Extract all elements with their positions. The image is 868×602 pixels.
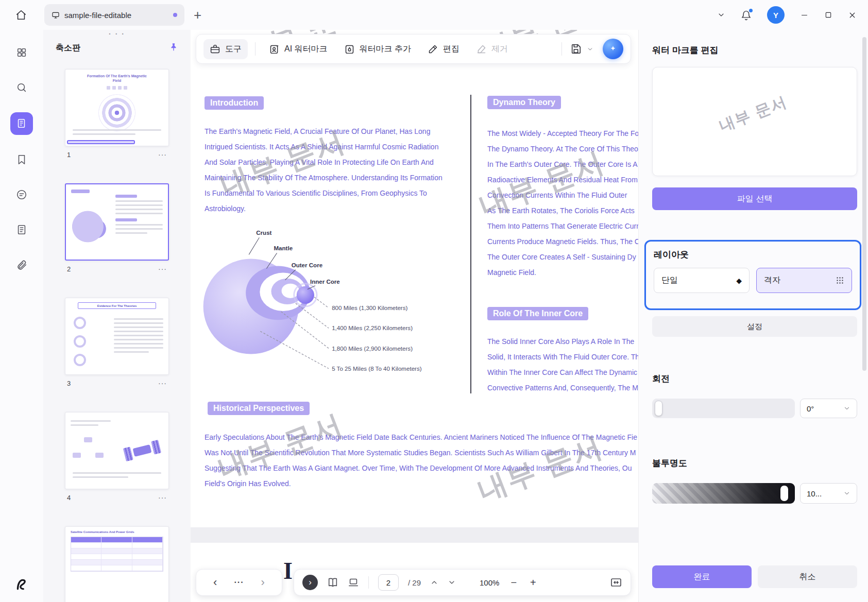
opacity-label: 불투명도 <box>652 457 687 469</box>
edit-label: 편집 <box>443 44 459 55</box>
opacity-dropdown[interactable]: 10... <box>800 483 857 504</box>
page-more-button[interactable]: ··· <box>158 150 167 159</box>
earth-layers-diagram: Crust Mantle Outer Core Inner Core 800 M… <box>199 223 434 388</box>
layout-option-single[interactable]: 단일 ◆ <box>654 268 750 293</box>
chevron-down-icon <box>448 578 456 587</box>
settings-button[interactable]: 설정 <box>652 316 857 337</box>
page-more-button[interactable]: ··· <box>158 493 167 502</box>
mini-text-lines <box>71 418 111 428</box>
page-more-button[interactable]: ··· <box>158 379 167 387</box>
redo-forward-button[interactable]: › <box>261 577 265 588</box>
rail-item-attachments[interactable] <box>11 254 32 275</box>
next-page-text-fragment: I <box>283 557 293 584</box>
zoom-level[interactable]: 100% <box>480 578 499 587</box>
rotation-slider[interactable] <box>652 399 795 418</box>
edit-button[interactable]: 편집 <box>421 39 466 59</box>
laptop-icon <box>348 577 359 588</box>
remove-button[interactable]: 제거 <box>470 39 514 59</box>
mini-node <box>84 437 92 442</box>
mini-text-lines <box>114 316 163 355</box>
page-4-thumbnail[interactable] <box>65 412 169 489</box>
mini-figures <box>74 317 86 372</box>
tab-title: sample-file-editable <box>64 11 131 20</box>
tools-button[interactable]: 도구 <box>203 39 248 59</box>
previous-page-button[interactable] <box>430 578 438 587</box>
history-more-button[interactable]: ··· <box>234 578 244 587</box>
title-bar: sample-file-editable + Y <box>0 0 868 30</box>
cancel-button[interactable]: 취소 <box>758 565 857 588</box>
maximize-button[interactable] <box>824 11 832 19</box>
page-number-input[interactable]: 2 <box>378 574 399 591</box>
watermark-preview[interactable]: 내부 문서 <box>652 67 857 176</box>
close-button[interactable] <box>848 11 857 20</box>
mini-text-lines <box>73 470 161 480</box>
page-5-thumbnail[interactable]: Satellite Communications And Power Grids <box>65 526 169 602</box>
panel-scrollbar[interactable] <box>862 37 866 371</box>
rail-item-comments[interactable] <box>11 184 32 205</box>
notifications-button[interactable] <box>741 10 752 21</box>
ai-watermark-button[interactable]: AI 워터마크 <box>263 39 334 59</box>
chevron-up-icon <box>430 578 438 587</box>
toolbar-divider <box>561 42 562 56</box>
next-page-button[interactable] <box>448 578 456 587</box>
rotation-dropdown[interactable]: 0° <box>800 399 857 418</box>
page-more-button[interactable]: ··· <box>158 265 167 273</box>
done-button[interactable]: 완료 <box>652 565 752 588</box>
opacity-slider[interactable] <box>652 483 795 504</box>
presentation-mode-button[interactable] <box>348 577 359 588</box>
add-watermark-label: 워터마크 추가 <box>360 44 411 55</box>
new-tab-button[interactable]: + <box>194 8 201 22</box>
avatar[interactable]: Y <box>767 6 785 24</box>
fit-width-button[interactable] <box>610 576 622 589</box>
two-page-view-button[interactable] <box>327 577 338 588</box>
panel-drag-handle[interactable]: · · · <box>43 30 191 38</box>
toolbar-divider <box>255 42 256 56</box>
zoom-out-button[interactable]: − <box>508 577 519 589</box>
pages-icon <box>16 118 27 129</box>
page-2-thumbnail[interactable] <box>65 183 169 261</box>
bookmark-icon <box>16 154 27 165</box>
rotation-slider-handle[interactable] <box>655 401 662 416</box>
mini-icons <box>65 86 168 90</box>
page-1-thumbnail[interactable]: Formation Of The Earth's Magnetic Field <box>65 69 169 146</box>
document-tab[interactable]: sample-file-editable <box>44 4 184 26</box>
thumbnail-item-5: Satellite Communications And Power Grids… <box>65 526 169 602</box>
ai-assistant-button[interactable] <box>603 39 623 59</box>
opacity-slider-handle[interactable] <box>780 486 788 501</box>
label-crust: Crust <box>256 230 271 236</box>
note-icon <box>16 224 27 235</box>
diamond-icon: ◆ <box>736 277 742 285</box>
mini-heading-chip <box>71 190 90 193</box>
thumbnail-item-2: 2 ··· <box>65 183 169 273</box>
rail-item-grid[interactable] <box>11 42 32 63</box>
layout-section-highlight: 레이아웃 단일 ◆ 격자 <box>644 240 861 310</box>
rail-item-thumbnails[interactable] <box>10 112 33 135</box>
rail-item-notes[interactable] <box>11 219 32 240</box>
pin-panel-button[interactable] <box>169 42 178 54</box>
select-file-button[interactable]: 파일 선택 <box>652 187 857 210</box>
rail-item-search[interactable] <box>11 77 32 98</box>
save-dropdown-chevron-icon[interactable] <box>587 46 593 53</box>
document-viewport: Introduction The Earth's Magnetic Field,… <box>191 30 638 602</box>
introduction-paragraph: The Earth's Magnetic Field, A Crucial Fe… <box>205 124 470 216</box>
home-button[interactable] <box>11 5 31 25</box>
thumbnail-item-4: 4 ··· <box>65 412 169 502</box>
mini-table <box>71 537 163 572</box>
layout-label: 레이아웃 <box>654 249 852 261</box>
app-logo-icon[interactable] <box>11 574 32 595</box>
expand-button[interactable]: › <box>302 575 318 590</box>
mini-text-lines <box>115 191 163 236</box>
page-3-thumbnail[interactable]: Evidence For The Theories <box>65 298 169 375</box>
remove-label: 제거 <box>491 44 508 55</box>
add-watermark-button[interactable]: 워터마크 추가 <box>338 39 417 59</box>
minimize-button[interactable] <box>800 11 809 20</box>
mini-page-title: Satellite Communications And Power Grids <box>71 530 168 534</box>
undo-back-button[interactable]: ‹ <box>213 577 217 588</box>
chevron-down-icon[interactable] <box>717 11 725 19</box>
zoom-in-button[interactable]: + <box>528 577 538 589</box>
historical-paragraph: Early Speculations About The Earth's Mag… <box>205 429 637 491</box>
layout-option-grid[interactable]: 격자 <box>756 268 852 293</box>
rail-item-bookmarks[interactable] <box>11 149 32 170</box>
save-icon[interactable] <box>570 43 582 55</box>
column-divider <box>470 95 471 393</box>
